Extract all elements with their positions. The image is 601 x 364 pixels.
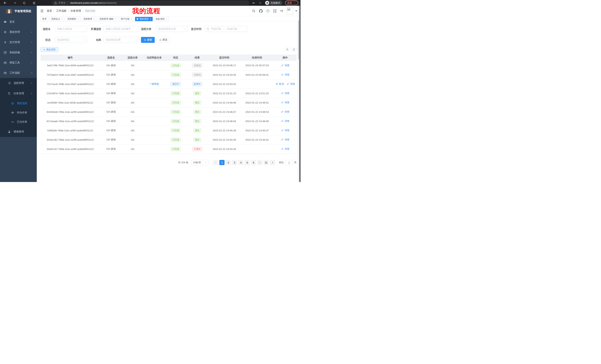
cell-process-name: OA 请假 — [100, 144, 122, 153]
detail-link[interactable]: 详情 — [281, 101, 289, 104]
prev-page-button[interactable] — [213, 160, 218, 165]
app-logo[interactable]: 芋道管理系统 — [0, 6, 37, 17]
pages-ellipsis-button[interactable]: ··· — [257, 160, 262, 165]
tab-close-icon[interactable]: × — [131, 18, 132, 20]
result-select[interactable]: 请选择流结果 — [103, 37, 140, 43]
browser-menu-icon[interactable]: ⋮ — [294, 2, 296, 4]
sidebar-item-3[interactable]: 基础设施 — [0, 47, 37, 57]
detail-link[interactable]: 详情 — [281, 92, 289, 95]
page-button[interactable]: 5 — [245, 160, 250, 165]
tab-close-icon[interactable]: × — [94, 18, 95, 20]
cancel-link[interactable]: 取消 — [276, 82, 284, 86]
update-label: 更新 — [287, 1, 292, 5]
sidebar-item-1[interactable]: 系统管理 — [0, 27, 37, 37]
search-button[interactable]: 搜索 — [141, 37, 155, 43]
bookmark-star-icon[interactable]: ☆ — [259, 1, 261, 4]
avatar[interactable] — [287, 7, 293, 15]
detail-link[interactable]: 详情 — [281, 147, 289, 151]
sidebar-item-8[interactable]: 我的流程 — [0, 99, 37, 108]
avatar-caret-icon[interactable] — [295, 10, 297, 11]
tab-3[interactable]: 流程表单× — [82, 17, 96, 21]
sidebar-item-5[interactable]: 工作流程 — [0, 68, 37, 78]
chevron-down-icon — [135, 39, 137, 41]
scrollbar-thumb[interactable] — [298, 20, 299, 59]
sidebar-item-0[interactable]: 首页 — [0, 17, 37, 27]
browser-forward-icon[interactable] — [12, 0, 18, 5]
goto-label: 前往 — [279, 161, 284, 164]
detail-link[interactable]: 详情 — [287, 82, 295, 86]
tab-0[interactable]: 首页 — [40, 17, 48, 21]
help-icon[interactable]: ? — [266, 10, 270, 13]
tab-4[interactable]: 流程表单-编辑× — [98, 17, 118, 21]
toggle-search-button[interactable] — [285, 47, 290, 52]
page-button[interactable]: 11 — [263, 160, 269, 165]
breadcrumb-item[interactable]: 工作流程 — [56, 9, 67, 13]
navbar: 首页/工作流程/任务管理/我的流程 我的流程 ? TT — [37, 6, 300, 16]
sidebar-item-7[interactable]: 任务管理 — [0, 88, 37, 99]
page-button[interactable]: 4 — [238, 160, 243, 165]
tab-5[interactable]: 用户分组× — [119, 17, 134, 21]
sidebar-item-11[interactable]: 请假查询 — [0, 126, 37, 137]
address-bar[interactable]: 不安全 dashboard.yudao.iocoder.cn/bpm/task/… — [52, 0, 249, 5]
tab-1[interactable]: 流程定义× — [50, 17, 64, 21]
page-button[interactable]: 6 — [251, 160, 256, 165]
page-button[interactable]: 3 — [232, 160, 237, 165]
sidebar-toggle-icon[interactable] — [40, 9, 44, 13]
name-input[interactable]: 请输入流程名 — [55, 26, 87, 32]
category-select[interactable]: 请选择流程分类 — [156, 26, 187, 32]
tab-7[interactable]: 发起流程× — [154, 17, 169, 21]
cell-end-time: 2022-01-22 23:46:09 — [240, 116, 274, 126]
detail-link[interactable]: 详情 — [281, 138, 289, 141]
action-label: 详情 — [285, 64, 289, 67]
cell-current-task — [143, 70, 165, 79]
sidebar-item-6[interactable]: 流程管理 — [0, 78, 37, 88]
sidebar-item-4[interactable]: 研发工具 — [0, 57, 37, 68]
fullscreen-icon[interactable] — [273, 9, 277, 13]
detail-link[interactable]: 详情 — [281, 129, 289, 132]
detail-link[interactable]: 详情 — [281, 119, 289, 123]
browser-home-icon[interactable] — [31, 0, 37, 5]
detail-link[interactable]: 详情 — [281, 110, 289, 114]
refresh-table-button[interactable] — [291, 47, 297, 52]
url-host[interactable]: dashboard.yudao.iocoder.cn — [70, 1, 102, 4]
sidebar-item-9[interactable]: 待办任务 — [0, 108, 37, 117]
process-input[interactable]: 请输入流程定义的编号 — [103, 26, 140, 32]
security-label[interactable]: 不安全 — [58, 1, 66, 5]
tab-6[interactable]: 我的流程× — [135, 17, 152, 21]
browser-reload-icon[interactable] — [21, 0, 27, 5]
cell-current-task — [143, 144, 165, 153]
submit-time-range[interactable]: 开始日期 - 结束日期 — [204, 26, 247, 32]
sidebar-item-2[interactable]: ¥支付管理 — [0, 37, 37, 47]
detail-link[interactable]: 详情 — [281, 64, 289, 67]
breadcrumb-item[interactable]: 任务管理 — [70, 9, 81, 13]
browser-back-icon[interactable] — [2, 0, 8, 5]
window-edge — [299, 6, 300, 182]
search-icon[interactable] — [252, 9, 255, 13]
next-page-button[interactable] — [270, 160, 275, 165]
key-icon[interactable] — [252, 1, 255, 4]
sidebar-item-10[interactable]: 已办任务 — [0, 117, 37, 126]
page-button[interactable]: 1 — [219, 160, 225, 165]
github-icon[interactable] — [259, 9, 263, 13]
create-process-button[interactable]: 发起流程 — [40, 47, 58, 52]
breadcrumb-separator: / — [68, 10, 69, 12]
page-size-select[interactable]: 10条/页 — [191, 160, 208, 165]
tab-close-icon[interactable]: × — [61, 18, 63, 20]
tab-close-icon[interactable]: × — [115, 18, 116, 20]
page-button[interactable]: 2 — [226, 160, 231, 165]
tab-2[interactable]: 流程模型× — [66, 17, 80, 21]
tab-close-icon[interactable]: × — [166, 18, 167, 20]
tab-close-icon[interactable]: × — [78, 18, 79, 20]
reset-button[interactable]: 重置 — [157, 37, 170, 43]
breadcrumb-item[interactable]: 首页 — [47, 9, 52, 13]
url-path[interactable]: /bpm/task/my — [102, 1, 117, 4]
cell-end-time: 2022-01-22 23:45:37 — [240, 126, 274, 135]
detail-link[interactable]: 详情 — [281, 73, 289, 77]
status-select[interactable]: 请选择状态 — [55, 37, 87, 43]
goto-page-input[interactable] — [285, 160, 293, 165]
tab-close-icon[interactable]: × — [150, 18, 151, 20]
browser-update-button[interactable]: 更新 ⋮ — [285, 0, 298, 5]
current-task-link[interactable]: 一级审批 — [149, 83, 159, 85]
font-size-icon[interactable]: TT — [280, 10, 283, 13]
cell-status: 已完成 — [165, 116, 186, 126]
